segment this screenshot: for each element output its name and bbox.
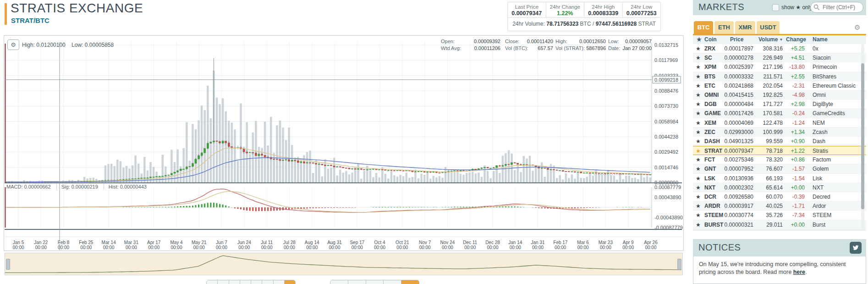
- star-icon[interactable]: ★: [696, 53, 703, 62]
- market-change: +4.51: [784, 53, 805, 62]
- svg-text:Mar 23: Mar 23: [599, 240, 613, 245]
- tab-btc[interactable]: BTC: [694, 21, 713, 34]
- markets-settings-gear-icon[interactable]: ⚙: [854, 23, 860, 32]
- star-icon[interactable]: ★: [696, 174, 703, 183]
- svg-text:00:00: 00:00: [193, 245, 205, 250]
- twitter-icon[interactable]: [850, 242, 862, 254]
- period-button[interactable]: [384, 280, 401, 284]
- svg-text:00:00: 00:00: [600, 245, 611, 250]
- market-price: 0.00275346: [720, 155, 753, 164]
- stat-box-24hr-change: 24hr Change1.22%: [546, 2, 585, 17]
- tab-xmr[interactable]: XMR: [735, 21, 755, 34]
- market-row-dash[interactable]: ★DASH0.0490132599.559+0.90Dash: [693, 137, 866, 146]
- market-volume: 66.193: [755, 174, 783, 183]
- market-row-strat[interactable]: ★STRAT0.0007934778.718+1.22Stratis: [693, 146, 866, 155]
- market-row-dcr[interactable]: ★DCR0.0092658060.070-0.39Decred: [693, 192, 866, 201]
- notices-header: NOTICES: [693, 239, 866, 256]
- tab-usdt[interactable]: USDT: [757, 21, 780, 34]
- market-row-etc[interactable]: ★ETC0.00241868202.054-2.31Ethereum Class…: [693, 81, 866, 90]
- svg-text:0.0073730: 0.0073730: [654, 103, 678, 109]
- scrubber-left-handle[interactable]: [6, 259, 10, 270]
- market-row-steem[interactable]: ★STEEM0.0003077435.726-7.34STEEM: [693, 211, 866, 220]
- market-row-lsk[interactable]: ★LSK0.0013093666.193-1.54Lisk: [693, 174, 866, 183]
- period-button[interactable]: [251, 280, 262, 284]
- market-row-ardr[interactable]: ★ARDR0.0000391740.025-1.71Ardor: [693, 201, 866, 211]
- market-change: -1.24: [784, 118, 805, 128]
- market-row-dgb[interactable]: ★DGB0.00000484171.727+2.98DigiByte: [693, 100, 866, 109]
- header-star-icon[interactable]: ★: [697, 35, 702, 44]
- svg-text:00:00: 00:00: [80, 245, 92, 250]
- star-icon[interactable]: ★: [696, 109, 703, 118]
- star-icon[interactable]: ★: [696, 128, 703, 137]
- svg-text:00:00: 00:00: [464, 245, 476, 250]
- star-icon[interactable]: ★: [696, 220, 703, 229]
- chart-range-scrubber[interactable]: [5, 253, 683, 275]
- market-row-gnt[interactable]: ★GNT0.0000795276.607-1.57Golem: [693, 164, 866, 173]
- star-icon[interactable]: ★: [696, 62, 703, 72]
- star-icon[interactable]: ★: [696, 118, 703, 128]
- svg-text:May 21: May 21: [192, 240, 207, 245]
- period-button[interactable]: [207, 280, 218, 284]
- market-row-zrx[interactable]: ★ZRX0.00017897308.316+5.250x: [693, 44, 866, 53]
- svg-text:00:00: 00:00: [148, 245, 159, 250]
- period-button[interactable]: [240, 280, 251, 284]
- star-icon[interactable]: ★: [696, 164, 703, 173]
- column-header-name[interactable]: Name: [813, 35, 828, 44]
- star-icon[interactable]: ★: [696, 44, 703, 53]
- star-icon[interactable]: ★: [696, 155, 703, 164]
- period-button[interactable]: [330, 280, 348, 284]
- star-icon[interactable]: ★: [696, 211, 703, 220]
- column-header-change[interactable]: Change: [786, 35, 806, 44]
- svg-text:00:00: 00:00: [329, 245, 340, 250]
- price-chart-canvas[interactable]: 0.01327150.01179690.01032230.00884760.00…: [5, 37, 683, 250]
- column-header-coin[interactable]: Coin: [704, 35, 717, 44]
- star-icon[interactable]: ★: [696, 90, 703, 100]
- star-icon[interactable]: ★: [696, 100, 703, 109]
- market-row-sc[interactable]: ★SC0.00000278226.949+4.51Siacoin: [693, 53, 866, 62]
- market-row-fct[interactable]: ★FCT0.0027534678.320+0.86Factom: [693, 155, 866, 164]
- volume-btc-unit: BTC /: [578, 21, 595, 27]
- market-name: Zcash: [813, 128, 828, 137]
- svg-text:Mar 6: Mar 6: [577, 240, 589, 245]
- period-button[interactable]: [274, 280, 285, 284]
- star-icon[interactable]: ★: [696, 137, 703, 146]
- scrubber-right-handle[interactable]: [677, 259, 681, 270]
- star-icon[interactable]: ★: [696, 72, 703, 81]
- svg-text:Apr 17: Apr 17: [147, 240, 161, 245]
- star-icon[interactable]: ★: [696, 146, 703, 156]
- svg-text:0.0088476: 0.0088476: [654, 88, 678, 94]
- market-row-bts[interactable]: ★BTS0.00003332211.571+2.55BitShares: [693, 72, 866, 81]
- market-row-nxt[interactable]: ★NXT0.0000230265.614+0.00NXT: [693, 183, 866, 192]
- star-icon[interactable]: ★: [696, 201, 703, 211]
- market-row-burst[interactable]: ★BURST0.0000032129.011+0.00Burst: [693, 220, 866, 229]
- star-icon[interactable]: ★: [696, 183, 703, 192]
- svg-text:00:00: 00:00: [238, 245, 250, 250]
- period-button[interactable]: [366, 280, 384, 284]
- column-header-volume[interactable]: Volume▼: [758, 35, 778, 44]
- star-icon[interactable]: ★: [696, 81, 703, 90]
- notice-read-more-link[interactable]: here: [793, 269, 805, 275]
- markets-scrollbar-thumb[interactable]: [861, 63, 864, 209]
- market-row-omni[interactable]: ★OMNI0.00415415192.825-4.98Omni: [693, 90, 866, 100]
- period-button[interactable]: [348, 280, 366, 284]
- svg-text:0.0029492: 0.0029492: [654, 149, 678, 155]
- svg-text:Mar 31: Mar 31: [124, 240, 139, 245]
- market-price: 0.00030774: [720, 211, 753, 220]
- chart-settings-gear-icon[interactable]: ⚙: [7, 39, 19, 50]
- star-icon[interactable]: ★: [696, 192, 703, 201]
- market-change: +0.00: [784, 183, 805, 192]
- market-row-zec[interactable]: ★ZEC0.02993000100.999+1.34Zcash: [693, 128, 866, 137]
- show-starred-only-checkbox[interactable]: [772, 4, 779, 11]
- period-button[interactable]: [285, 280, 295, 284]
- period-button[interactable]: [229, 280, 240, 284]
- period-button[interactable]: [218, 280, 229, 284]
- market-row-xpm[interactable]: ★XPM0.00025397217.196-13.80Primecoin: [693, 62, 866, 72]
- svg-text:Jan 14: Jan 14: [508, 240, 522, 245]
- column-header-price[interactable]: Price: [730, 35, 743, 44]
- market-row-xem[interactable]: ★XEM0.00004069122.478-1.24NEM: [693, 118, 866, 128]
- period-button[interactable]: [262, 280, 273, 284]
- tab-eth[interactable]: ETH: [714, 21, 734, 34]
- market-row-game[interactable]: ★GAME0.00017426170.581-0.24GameCredits: [693, 109, 866, 118]
- svg-text:00:00: 00:00: [306, 245, 318, 250]
- period-button[interactable]: [401, 280, 419, 284]
